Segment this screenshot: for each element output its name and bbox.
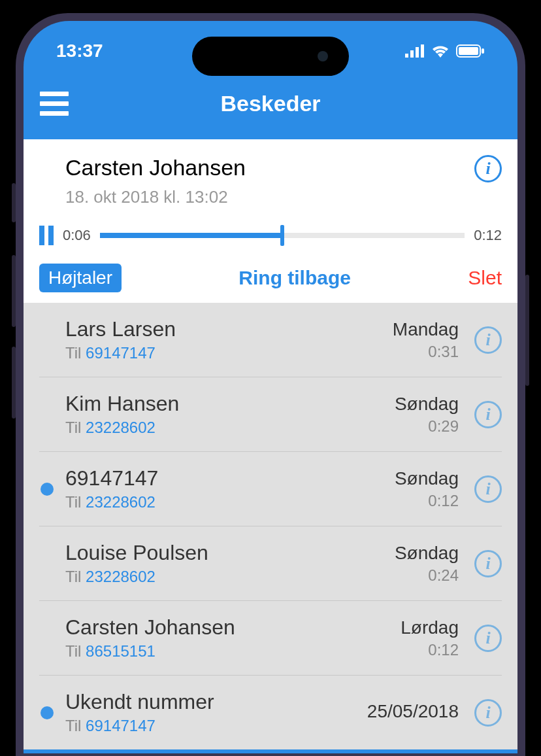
progress-fill bbox=[100, 233, 282, 238]
message-main: Ukendt nummerTil 69147147 bbox=[65, 690, 357, 735]
message-caller-name: 69147147 bbox=[65, 466, 384, 490]
message-list: Lars LarsenTil 69147147Mandag0:31iKim Ha… bbox=[24, 303, 517, 749]
message-meta: Søndag0:29 bbox=[395, 394, 459, 436]
pause-button[interactable] bbox=[39, 226, 54, 245]
message-meta: 25/05/2018 bbox=[367, 701, 459, 725]
info-icon[interactable]: i bbox=[474, 326, 502, 354]
message-main: Carsten JohansenTil 86515151 bbox=[65, 615, 390, 661]
nav-bar: Beskeder bbox=[24, 68, 517, 139]
unread-dot-icon bbox=[41, 706, 54, 719]
message-caller-name: Ukendt nummer bbox=[65, 690, 357, 714]
wifi-icon bbox=[431, 44, 450, 58]
svg-rect-3 bbox=[421, 44, 424, 58]
message-day: 25/05/2018 bbox=[367, 701, 459, 722]
recipient-number: 23228602 bbox=[86, 493, 156, 511]
message-recipient: Til 86515151 bbox=[65, 642, 390, 661]
message-day: Lørdag bbox=[401, 617, 459, 638]
playback-progress: 0:06 0:12 bbox=[39, 226, 502, 245]
message-duration: 0:12 bbox=[395, 492, 459, 510]
message-row[interactable]: Kim HansenTil 23228602Søndag0:29i bbox=[39, 377, 502, 452]
status-icons bbox=[405, 44, 485, 58]
notch bbox=[192, 37, 349, 76]
recipient-number: 86515151 bbox=[86, 642, 156, 660]
info-icon[interactable]: i bbox=[474, 550, 502, 577]
svg-rect-2 bbox=[416, 47, 419, 58]
message-duration: 0:12 bbox=[401, 641, 459, 659]
message-row[interactable]: Louise PoulsenTil 23228602Søndag0:24i bbox=[39, 526, 502, 601]
message-main: Lars LarsenTil 69147147 bbox=[65, 317, 382, 362]
screen: 13:37 Beskeder Carsten Johansen 18. okt … bbox=[24, 21, 517, 753]
message-day: Søndag bbox=[395, 468, 459, 489]
message-recipient: Til 23228602 bbox=[65, 568, 384, 586]
message-day: Søndag bbox=[395, 543, 459, 564]
info-icon[interactable]: i bbox=[474, 625, 502, 652]
message-caller-name: Louise Poulsen bbox=[65, 541, 384, 565]
callback-button[interactable]: Ring tilbage bbox=[238, 267, 351, 289]
info-icon[interactable]: i bbox=[474, 401, 502, 428]
progress-handle[interactable] bbox=[280, 225, 284, 246]
message-meta: Søndag0:12 bbox=[395, 468, 459, 510]
message-row[interactable]: Ukendt nummerTil 6914714725/05/2018i bbox=[39, 676, 502, 749]
svg-rect-1 bbox=[410, 50, 414, 58]
total-time: 0:12 bbox=[474, 227, 502, 244]
message-duration: 0:24 bbox=[395, 566, 459, 585]
message-day: Mandag bbox=[393, 319, 459, 340]
message-row[interactable]: 69147147Til 23228602Søndag0:12i bbox=[39, 452, 502, 526]
message-duration: 0:29 bbox=[395, 417, 459, 436]
side-button bbox=[12, 347, 16, 419]
phone-frame: 13:37 Beskeder Carsten Johansen 18. okt … bbox=[16, 13, 525, 756]
svg-rect-0 bbox=[405, 54, 408, 58]
page-title: Beskeder bbox=[220, 91, 320, 116]
info-icon[interactable]: i bbox=[474, 475, 502, 503]
message-recipient: Til 69147147 bbox=[65, 344, 382, 362]
message-recipient: Til 23228602 bbox=[65, 493, 384, 511]
status-time: 13:37 bbox=[56, 41, 103, 61]
unread-dot-icon bbox=[41, 483, 54, 496]
player-date: 18. okt 2018 kl. 13:02 bbox=[39, 187, 246, 207]
message-duration: 0:31 bbox=[393, 343, 459, 361]
message-day: Søndag bbox=[395, 394, 459, 415]
content: Carsten Johansen 18. okt 2018 kl. 13:02 … bbox=[24, 139, 517, 749]
voicemail-player: Carsten Johansen 18. okt 2018 kl. 13:02 … bbox=[24, 139, 517, 303]
message-recipient: Til 23228602 bbox=[65, 419, 384, 437]
player-caller-name: Carsten Johansen bbox=[39, 155, 246, 180]
message-caller-name: Kim Hansen bbox=[65, 392, 384, 416]
message-caller-name: Carsten Johansen bbox=[65, 615, 390, 640]
message-meta: Lørdag0:12 bbox=[401, 617, 459, 659]
side-button bbox=[12, 183, 16, 222]
speaker-button[interactable]: Højtaler bbox=[39, 264, 122, 292]
message-meta: Søndag0:24 bbox=[395, 543, 459, 585]
svg-rect-5 bbox=[459, 47, 478, 55]
info-icon[interactable]: i bbox=[474, 155, 502, 182]
battery-icon bbox=[456, 44, 485, 58]
message-meta: Mandag0:31 bbox=[393, 319, 459, 361]
info-icon[interactable]: i bbox=[474, 699, 502, 727]
message-row[interactable]: Carsten JohansenTil 86515151Lørdag0:12i bbox=[39, 601, 502, 676]
delete-button[interactable]: Slet bbox=[468, 267, 502, 289]
signal-icon bbox=[405, 44, 425, 58]
menu-icon[interactable] bbox=[40, 92, 69, 116]
unread-indicator-col bbox=[39, 483, 55, 496]
message-main: Louise PoulsenTil 23228602 bbox=[65, 541, 384, 586]
recipient-number: 69147147 bbox=[86, 344, 156, 362]
recipient-number: 69147147 bbox=[86, 717, 156, 734]
recipient-number: 23228602 bbox=[86, 568, 156, 585]
svg-rect-6 bbox=[482, 48, 484, 54]
side-button bbox=[12, 255, 16, 327]
message-recipient: Til 69147147 bbox=[65, 717, 357, 735]
elapsed-time: 0:06 bbox=[63, 227, 91, 244]
message-row[interactable]: Lars LarsenTil 69147147Mandag0:31i bbox=[39, 303, 502, 377]
side-button bbox=[525, 275, 529, 386]
progress-slider[interactable] bbox=[100, 233, 465, 238]
message-main: Kim HansenTil 23228602 bbox=[65, 392, 384, 437]
message-caller-name: Lars Larsen bbox=[65, 317, 382, 341]
message-main: 69147147Til 23228602 bbox=[65, 466, 384, 511]
unread-indicator-col bbox=[39, 706, 55, 719]
player-actions: Højtaler Ring tilbage Slet bbox=[39, 264, 502, 292]
recipient-number: 23228602 bbox=[86, 419, 156, 436]
